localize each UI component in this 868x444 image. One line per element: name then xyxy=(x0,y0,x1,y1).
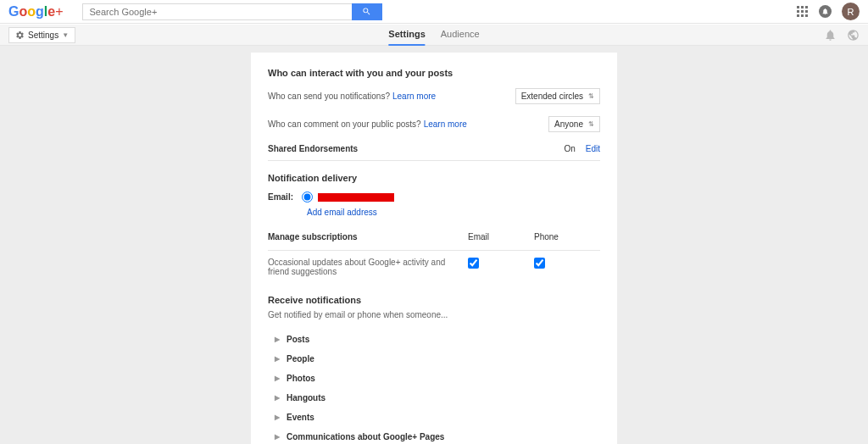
col-email: Email xyxy=(468,232,534,241)
select-chevron-icon: ⇅ xyxy=(588,120,594,128)
sub-email-checkbox[interactable] xyxy=(468,258,479,269)
select-chevron-icon: ⇅ xyxy=(588,92,594,100)
expand-label: Posts xyxy=(287,335,309,344)
subheader: Settings ▼ Settings Audience xyxy=(0,24,868,46)
col-phone: Phone xyxy=(534,232,600,241)
endorsements-edit[interactable]: Edit xyxy=(586,144,600,153)
header: Google+ R xyxy=(0,0,868,24)
row-endorsements: Shared Endorsements On Edit xyxy=(268,144,600,153)
email-radio[interactable] xyxy=(302,191,313,203)
section-interact-title: Who can interact with you and your posts xyxy=(268,68,600,78)
endorsements-status: On xyxy=(564,144,575,153)
arrow-icon: ▶ xyxy=(275,433,280,441)
comment-select-value: Anyone xyxy=(554,119,583,129)
bell-outline-icon[interactable] xyxy=(824,29,837,42)
arrow-icon: ▶ xyxy=(275,355,280,363)
search-icon xyxy=(362,7,371,16)
apps-icon[interactable] xyxy=(797,6,809,18)
divider xyxy=(268,160,600,161)
subscription-row: Occasional updates about Google+ activit… xyxy=(268,250,600,283)
search-form xyxy=(82,3,382,20)
notif-select[interactable]: Extended circles ⇅ xyxy=(515,88,600,104)
arrow-icon: ▶ xyxy=(275,375,280,382)
receive-subtext: Get notified by email or phone when some… xyxy=(268,310,600,319)
email-row: Email: xyxy=(268,191,600,203)
search-input[interactable] xyxy=(82,3,352,20)
expand-label: People xyxy=(287,354,314,364)
expand-posts[interactable]: ▶Posts xyxy=(268,330,600,349)
notif-label: Who can send you notifications? xyxy=(268,92,390,101)
email-label: Email: xyxy=(268,192,302,202)
header-actions: R xyxy=(797,3,860,20)
endorsements-title: Shared Endorsements xyxy=(268,144,358,153)
comment-select[interactable]: Anyone ⇅ xyxy=(548,116,600,132)
expand-photos[interactable]: ▶Photos xyxy=(268,369,600,388)
notif-learn-more[interactable]: Learn more xyxy=(392,92,436,101)
comment-learn-more[interactable]: Learn more xyxy=(424,119,467,129)
expand-hangouts[interactable]: ▶Hangouts xyxy=(268,388,600,408)
expand-events[interactable]: ▶Events xyxy=(268,408,600,427)
subscriptions-title: Manage subscriptions xyxy=(268,232,468,241)
settings-dropdown[interactable]: Settings ▼ xyxy=(8,27,75,43)
tabs: Settings Audience xyxy=(388,24,479,46)
comment-label: Who can comment on your public posts? xyxy=(268,119,421,129)
settings-label: Settings xyxy=(28,31,58,40)
expand-label: Hangouts xyxy=(287,393,326,402)
arrow-icon: ▶ xyxy=(275,394,280,402)
notif-select-value: Extended circles xyxy=(521,92,583,101)
expand-label: Photos xyxy=(287,374,315,383)
arrow-icon: ▶ xyxy=(275,413,280,421)
section-receive-title: Receive notifications xyxy=(268,295,600,305)
expand-pages[interactable]: ▶Communications about Google+ Pages xyxy=(268,427,600,444)
avatar[interactable]: R xyxy=(842,3,860,20)
arrow-icon: ▶ xyxy=(275,336,280,343)
globe-icon[interactable] xyxy=(847,29,860,42)
expand-label: Events xyxy=(287,413,314,422)
row-notifications: Who can send you notifications? Learn mo… xyxy=(268,88,600,104)
expand-label: Communications about Google+ Pages xyxy=(287,432,444,441)
row-comments: Who can comment on your public posts? Le… xyxy=(268,116,600,132)
tab-settings[interactable]: Settings xyxy=(388,24,425,46)
expand-people[interactable]: ▶People xyxy=(268,349,600,369)
sub-phone-checkbox[interactable] xyxy=(534,258,545,269)
main-panel: Who can interact with you and your posts… xyxy=(251,53,617,444)
tab-audience[interactable]: Audience xyxy=(441,24,480,46)
email-redacted xyxy=(318,193,394,202)
subscriptions-header: Manage subscriptions Email Phone xyxy=(268,232,600,241)
chevron-down-icon: ▼ xyxy=(62,31,69,39)
subscription-text: Occasional updates about Google+ activit… xyxy=(268,258,468,276)
gear-icon xyxy=(15,31,25,40)
subheader-right xyxy=(824,29,860,42)
google-plus-logo: Google+ xyxy=(8,4,64,19)
section-delivery-title: Notification delivery xyxy=(268,173,600,183)
notifications-icon[interactable] xyxy=(819,5,832,18)
search-button[interactable] xyxy=(352,3,382,20)
add-email-link[interactable]: Add email address xyxy=(307,208,600,217)
